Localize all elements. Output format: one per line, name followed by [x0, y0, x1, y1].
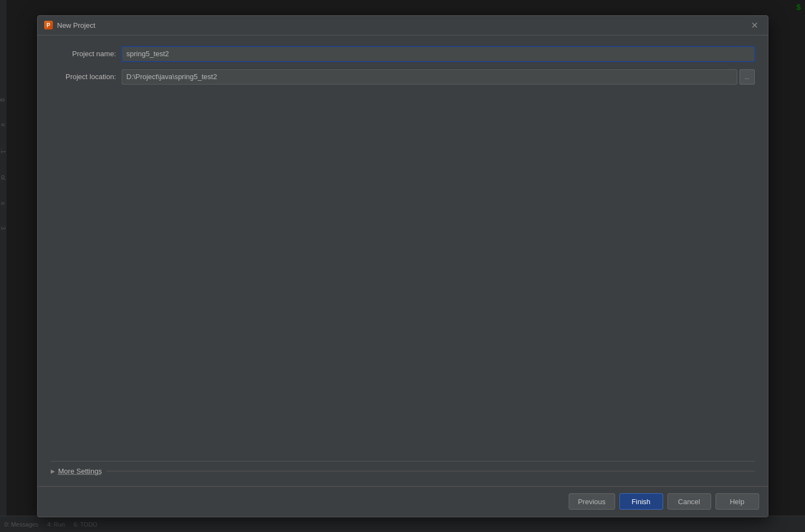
project-name-row: Project name:	[51, 46, 755, 62]
new-project-dialog: P New Project ✕ Project name: Project lo…	[37, 15, 768, 517]
dialog-icon: P	[44, 21, 53, 29]
more-settings-divider	[106, 471, 755, 471]
more-settings-arrow-icon: ▶	[51, 468, 55, 474]
browse-button[interactable]: ...	[740, 69, 755, 85]
project-location-input[interactable]	[122, 69, 737, 85]
more-settings-label: More Settings	[58, 467, 102, 475]
close-button[interactable]: ✕	[748, 19, 761, 32]
project-name-input[interactable]	[122, 46, 755, 62]
dialog-title: New Project	[57, 21, 748, 29]
dialog-main-area	[51, 92, 755, 461]
project-location-row: Project location: ...	[51, 69, 755, 85]
dialog-overlay: P New Project ✕ Project name: Project lo…	[0, 0, 805, 532]
help-button[interactable]: Help	[715, 493, 759, 510]
previous-button[interactable]: Previous	[569, 493, 615, 510]
project-location-label: Project location:	[51, 73, 122, 81]
more-settings-section[interactable]: ▶ More Settings	[51, 461, 755, 475]
project-name-label: Project name:	[51, 50, 122, 58]
cancel-button[interactable]: Cancel	[667, 493, 711, 510]
dialog-footer: Previous Finish Cancel Help	[38, 486, 768, 517]
dialog-content: Project name: Project location: ... ▶ Mo…	[38, 35, 768, 486]
dialog-titlebar: P New Project ✕	[38, 16, 768, 35]
finish-button[interactable]: Finish	[619, 493, 663, 510]
